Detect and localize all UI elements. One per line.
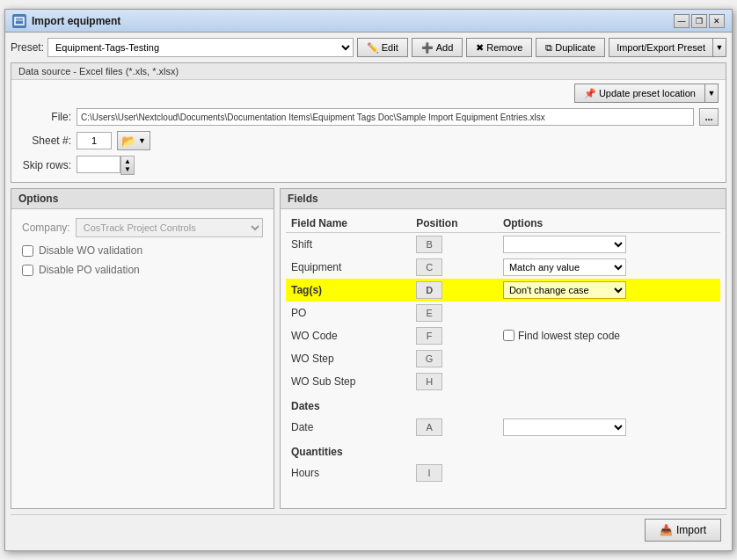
disable-wo-label: Disable WO validation <box>39 244 142 257</box>
preset-row: Preset: Equipment-Tags-Testing ✏️ Edit ➕… <box>11 38 726 57</box>
import-icon: 📥 <box>660 524 673 536</box>
table-header-row: Field Name Position Options <box>286 215 720 233</box>
update-preset-split-button: 📌 Update preset location ▼ <box>574 84 719 103</box>
position-cell: A <box>411 416 498 439</box>
import-button[interactable]: 📥 Import <box>645 519 721 542</box>
update-icon: 📌 <box>584 88 596 99</box>
options-dropdown-select[interactable] <box>503 236 626 253</box>
edit-icon: ✏️ <box>367 42 379 54</box>
options-dropdown-select[interactable] <box>503 418 626 436</box>
position-btn: H <box>416 373 442 390</box>
sheet-browse-button[interactable]: 📂 ▼ <box>117 131 150 150</box>
disable-wo-checkbox[interactable] <box>22 245 33 257</box>
field-name-cell: WO Code <box>286 324 411 347</box>
main-window: Import equipment — ❐ ✕ Preset: Equipment… <box>4 9 733 551</box>
table-row: WO Sub Step H <box>286 370 720 393</box>
quantities-header-cell: Quantities <box>286 439 720 462</box>
options-cell <box>498 462 720 484</box>
remove-button[interactable]: ✖ Remove <box>466 38 532 57</box>
position-btn: A <box>416 418 442 436</box>
fields-panel: Fields Field Name Position Options <box>280 188 726 509</box>
update-preset-button[interactable]: 📌 Update preset location <box>574 84 704 103</box>
position-cell: C <box>411 256 498 279</box>
close-button[interactable]: ✕ <box>709 14 725 28</box>
table-row: Equipment C Match any value <box>286 256 720 279</box>
preset-select-wrapper: Equipment-Tags-Testing <box>47 38 354 57</box>
quantities-header-row: Quantities <box>286 439 720 462</box>
restore-button[interactable]: ❐ <box>691 14 707 28</box>
add-icon: ➕ <box>421 42 434 54</box>
company-label: Company: <box>22 222 70 234</box>
update-preset-arrow[interactable]: ▼ <box>704 84 719 103</box>
preset-label: Preset: <box>11 41 44 54</box>
import-export-split-button: Import/Export Preset ▼ <box>609 38 726 57</box>
data-source-title: Data source - Excel files (*.xls, *.xlsx… <box>11 63 726 80</box>
duplicate-icon: ⧉ <box>545 42 552 54</box>
skip-rows-input[interactable] <box>77 156 120 173</box>
edit-button[interactable]: ✏️ Edit <box>357 38 408 57</box>
sheet-input[interactable] <box>77 132 112 149</box>
sheet-label: Sheet #: <box>18 135 71 147</box>
options-panel: Options Company: CosTrack Project Contro… <box>11 188 274 509</box>
svg-rect-0 <box>15 18 24 25</box>
sheet-row: Sheet #: 📂 ▼ <box>18 131 719 150</box>
field-name-cell: Tag(s) <box>286 279 411 302</box>
field-name-cell: PO <box>286 302 411 324</box>
file-label: File: <box>18 111 71 123</box>
position-cell: E <box>411 302 498 324</box>
window-icon <box>12 14 26 28</box>
position-btn: B <box>416 236 442 253</box>
company-row: Company: CosTrack Project Controls <box>22 218 263 237</box>
position-btn: I <box>416 464 442 482</box>
table-row: Date A <box>286 416 720 439</box>
fields-table-wrapper: Field Name Position Options Shift B Equi… <box>281 209 726 508</box>
field-name-cell: Shift <box>286 233 411 256</box>
position-cell: D <box>411 279 498 302</box>
table-row: WO Code F Find lowest step code <box>286 324 720 347</box>
col-field-name: Field Name <box>286 215 411 233</box>
dates-header-cell: Dates <box>286 393 720 416</box>
table-row: PO E <box>286 302 720 324</box>
duplicate-button[interactable]: ⧉ Duplicate <box>536 38 605 57</box>
col-options: Options <box>498 215 720 233</box>
add-button[interactable]: ➕ Add <box>412 38 463 57</box>
field-name-cell: WO Step <box>286 347 411 370</box>
options-cell: Don't change case <box>498 279 720 302</box>
table-row: Hours I <box>286 462 720 484</box>
title-buttons: — ❐ ✕ <box>674 14 725 28</box>
minimize-button[interactable]: — <box>674 14 690 28</box>
options-dropdown-select[interactable]: Match any value <box>503 258 626 276</box>
file-path: C:\Users\User\Nextcloud\Documents\Docume… <box>77 108 694 126</box>
company-select[interactable]: CosTrack Project Controls <box>76 218 263 237</box>
title-bar: Import equipment — ❐ ✕ <box>5 10 732 33</box>
bottom-panels: Options Company: CosTrack Project Contro… <box>11 188 726 509</box>
disable-po-label: Disable PO validation <box>39 264 140 276</box>
import-export-main[interactable]: Import/Export Preset <box>609 38 712 57</box>
dates-header-row: Dates <box>286 393 720 416</box>
fields-table: Field Name Position Options Shift B Equi… <box>286 215 720 484</box>
skip-rows-row: Skip rows: ▲▼ <box>18 156 719 175</box>
options-cell <box>498 416 720 439</box>
options-dropdown-select[interactable]: Don't change case <box>503 281 626 299</box>
options-cell <box>498 302 720 324</box>
field-name-cell: Hours <box>286 462 411 484</box>
disable-wo-row: Disable WO validation <box>22 244 263 257</box>
import-export-arrow[interactable]: ▼ <box>712 38 726 57</box>
chevron-down-icon: ▼ <box>138 136 146 145</box>
table-row: WO Step G <box>286 347 720 370</box>
position-btn: G <box>416 350 442 367</box>
table-row: Tag(s) D Don't change case <box>286 279 720 302</box>
disable-po-row: Disable PO validation <box>22 264 263 276</box>
browse-button[interactable]: ... <box>699 108 719 126</box>
fields-title: Fields <box>281 189 726 209</box>
disable-po-checkbox[interactable] <box>22 265 33 276</box>
options-cell: Find lowest step code <box>498 324 720 347</box>
position-btn: C <box>416 258 442 276</box>
table-row: Shift B <box>286 233 720 256</box>
preset-select[interactable]: Equipment-Tags-Testing <box>47 38 354 57</box>
remove-icon: ✖ <box>476 42 484 54</box>
bottom-bar: 📥 Import <box>11 514 726 545</box>
find-lowest-checkbox[interactable] <box>503 330 514 341</box>
position-cell: I <box>411 462 498 484</box>
skip-rows-spinner[interactable]: ▲▼ <box>120 156 135 175</box>
